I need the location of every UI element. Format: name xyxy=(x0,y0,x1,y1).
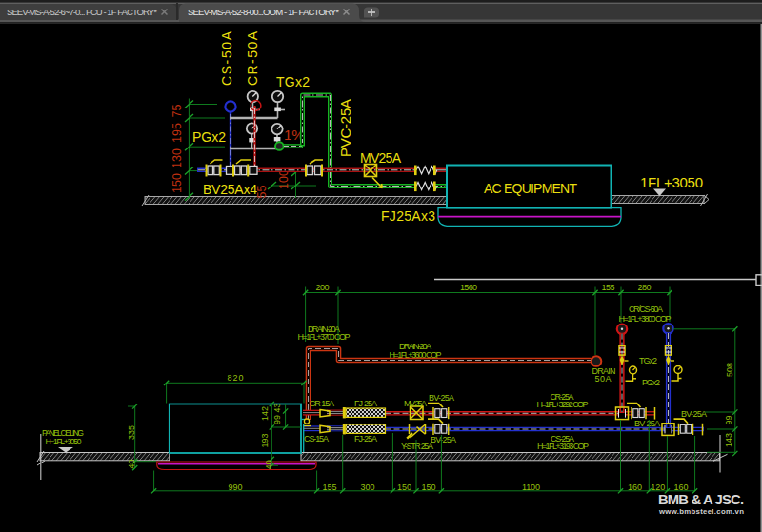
svg-text:BV-25A: BV-25A xyxy=(681,409,707,419)
svg-text:H=1FL+3050: H=1FL+3050 xyxy=(46,437,82,446)
svg-text:PGx2: PGx2 xyxy=(642,378,660,387)
svg-text:160: 160 xyxy=(674,483,689,492)
svg-text:Y-STR 25A: Y-STR 25A xyxy=(401,442,433,451)
svg-text:BV-25A: BV-25A xyxy=(634,419,660,428)
svg-text:PVC-25A: PVC-25A xyxy=(337,99,353,157)
svg-text:150: 150 xyxy=(397,483,411,492)
svg-text:CR-50A: CR-50A xyxy=(245,30,260,86)
svg-text:143: 143 xyxy=(724,433,733,447)
svg-text:820: 820 xyxy=(228,373,244,383)
svg-text:280: 280 xyxy=(638,283,652,292)
svg-text:1560: 1560 xyxy=(460,283,477,292)
svg-text:160: 160 xyxy=(628,483,642,492)
svg-text:FJ-25A: FJ-25A xyxy=(354,399,377,408)
svg-text:BMB & A JSC.: BMB & A JSC. xyxy=(658,492,744,507)
svg-text:100: 100 xyxy=(277,169,291,189)
svg-text:MV25A: MV25A xyxy=(360,150,402,166)
svg-text:300: 300 xyxy=(361,483,375,492)
svg-text:155: 155 xyxy=(323,483,337,492)
svg-text:TGx2: TGx2 xyxy=(276,74,310,89)
svg-text:CR-15A: CR-15A xyxy=(310,399,334,408)
svg-text:508: 508 xyxy=(725,363,734,377)
svg-text:150: 150 xyxy=(170,173,184,193)
svg-text:43: 43 xyxy=(272,404,282,413)
svg-text:99: 99 xyxy=(272,415,282,424)
svg-text:TGx2: TGx2 xyxy=(639,356,657,365)
svg-text:990: 990 xyxy=(229,483,243,492)
svg-text:AC EQUIPMENT: AC EQUIPMENT xyxy=(484,181,577,196)
svg-text:50A: 50A xyxy=(595,374,612,384)
svg-text:FJ-25A: FJ-25A xyxy=(354,434,377,443)
svg-text:H=1FL+3292 COP: H=1FL+3292 COP xyxy=(537,400,589,409)
svg-text:130: 130 xyxy=(170,148,184,168)
svg-text:H=1FL+3700 COP: H=1FL+3700 COP xyxy=(298,332,351,342)
svg-text:MV-25A: MV-25A xyxy=(404,399,427,408)
svg-text:99: 99 xyxy=(724,416,733,425)
svg-text:155: 155 xyxy=(602,283,615,292)
svg-text:H=1FL+3193 COP: H=1FL+3193 COP xyxy=(537,442,589,451)
svg-text:CS-50A: CS-50A xyxy=(219,30,234,86)
svg-text:40: 40 xyxy=(127,460,136,469)
svg-text:H=1FL+3800 COP: H=1FL+3800 COP xyxy=(619,314,672,324)
svg-text:www.bmbsteel.com.vn: www.bmbsteel.com.vn xyxy=(658,507,744,516)
svg-text:335: 335 xyxy=(127,425,136,440)
svg-text:CR/CS-50A: CR/CS-50A xyxy=(629,305,663,314)
svg-text:SEEV-MS-A-52-8-00...OOM - 1F F: SEEV-MS-A-52-8-00...OOM - 1F FACTORY* xyxy=(188,7,339,17)
svg-text:BV-25A: BV-25A xyxy=(429,393,454,403)
svg-text:120: 120 xyxy=(651,483,665,492)
svg-text:PGx2: PGx2 xyxy=(192,129,226,145)
svg-text:193: 193 xyxy=(260,434,270,448)
svg-text:75: 75 xyxy=(170,104,184,117)
svg-text:CS-15A: CS-15A xyxy=(304,434,329,443)
svg-text:195: 195 xyxy=(170,123,184,143)
svg-text:1100: 1100 xyxy=(522,483,540,492)
svg-text:BV25Ax4: BV25Ax4 xyxy=(203,182,257,197)
svg-text:40: 40 xyxy=(264,460,273,469)
svg-text:1FL+3050: 1FL+3050 xyxy=(640,174,703,190)
svg-text:150: 150 xyxy=(422,483,436,492)
svg-text:FJ25Ax3: FJ25Ax3 xyxy=(381,208,435,224)
svg-text:SEEV-MS-A-52-6~7-0... FCU - 1F: SEEV-MS-A-52-6~7-0... FCU - 1F FACTORY* xyxy=(7,7,157,17)
svg-text:BV-25A: BV-25A xyxy=(431,435,456,444)
svg-text:142: 142 xyxy=(260,406,270,421)
svg-text:200: 200 xyxy=(316,283,330,292)
